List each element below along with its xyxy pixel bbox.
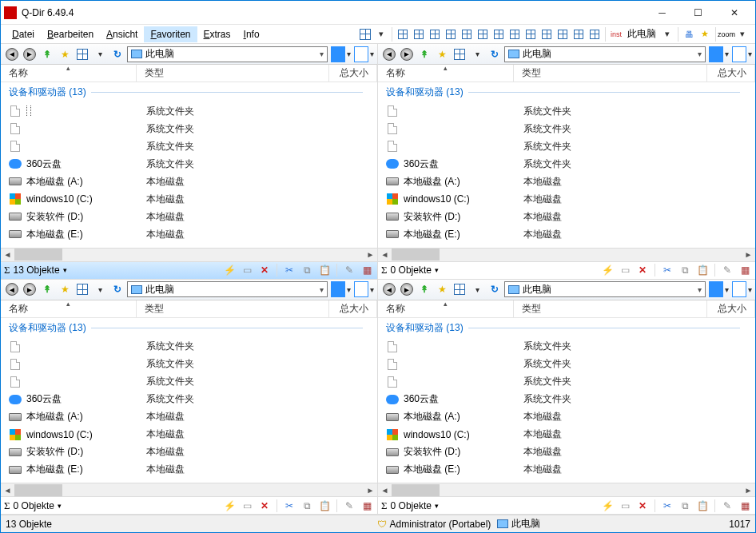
scroll-left-icon[interactable]: ◄ bbox=[378, 249, 392, 261]
edit-icon[interactable]: ✎ bbox=[720, 499, 734, 513]
layout-dropdown-icon[interactable] bbox=[358, 27, 372, 42]
favorites-button[interactable]: ★ bbox=[434, 281, 450, 297]
layout-preset-icon[interactable] bbox=[475, 27, 490, 42]
copy-icon[interactable]: ⧉ bbox=[300, 263, 314, 277]
cut-icon[interactable]: ✂ bbox=[660, 263, 674, 277]
layout-preset-icon[interactable] bbox=[444, 27, 458, 42]
view-mode-2[interactable] bbox=[352, 281, 368, 297]
grid-icon[interactable]: ▦ bbox=[738, 263, 752, 277]
menu-favoriten[interactable]: Favoriten bbox=[144, 26, 197, 42]
address-bar[interactable]: 此电脑▾ bbox=[504, 46, 706, 62]
list-item[interactable]: windows10 (C:)本地磁盘 bbox=[378, 190, 755, 208]
h-scrollbar[interactable]: ◄► bbox=[378, 248, 755, 261]
dropdown-icon[interactable]: ▾ bbox=[660, 27, 674, 42]
paste-icon[interactable]: 📋 bbox=[317, 263, 332, 277]
list-item[interactable]: windows10 (C:)本地磁盘 bbox=[378, 426, 755, 444]
list-item[interactable]: 安装软件 (D:)本地磁盘 bbox=[378, 444, 755, 461]
address-bar[interactable]: 此电脑▾ bbox=[127, 46, 328, 62]
nav-up-button[interactable]: ↟ bbox=[416, 46, 432, 62]
layout-preset-icon[interactable] bbox=[555, 27, 570, 42]
chevron-down-icon[interactable]: ▾ bbox=[320, 285, 324, 294]
list-item[interactable]: 系统文件夹 bbox=[1, 373, 377, 391]
list-item[interactable]: 系统文件夹 bbox=[378, 102, 755, 120]
refresh-button[interactable]: ↻ bbox=[487, 281, 503, 297]
scroll-left-icon[interactable]: ◄ bbox=[378, 484, 392, 496]
col-type[interactable]: 类型 bbox=[514, 300, 707, 317]
favorite-icon[interactable]: ★ bbox=[698, 27, 712, 42]
dropdown-icon[interactable]: ▾ bbox=[435, 266, 439, 274]
scroll-thumb[interactable] bbox=[392, 249, 440, 261]
copy-icon[interactable]: ⧉ bbox=[300, 499, 314, 513]
list-item[interactable]: 360云盘系统文件夹 bbox=[1, 155, 377, 173]
paste-icon[interactable]: 📋 bbox=[695, 263, 710, 277]
list-item[interactable]: 本地磁盘 (E:)本地磁盘 bbox=[1, 225, 377, 243]
view-dropdown-icon[interactable]: ▾ bbox=[92, 281, 108, 297]
list-item[interactable]: 安装软件 (D:)本地磁盘 bbox=[1, 208, 377, 225]
list-item[interactable]: 系统文件夹 bbox=[1, 338, 377, 356]
dropdown-icon[interactable]: ▾ bbox=[63, 266, 67, 274]
list-item[interactable]: windows10 (C:)本地磁盘 bbox=[1, 190, 377, 208]
grid-icon[interactable]: ▦ bbox=[738, 499, 752, 513]
scroll-left-icon[interactable]: ◄ bbox=[1, 249, 14, 261]
delete-icon[interactable]: ✕ bbox=[635, 263, 650, 277]
view-mode-2[interactable] bbox=[730, 281, 746, 297]
nav-forward-button[interactable]: ► bbox=[22, 281, 38, 297]
layout-preset-icon[interactable] bbox=[460, 27, 474, 42]
chevron-down-icon[interactable]: ▾ bbox=[320, 50, 324, 58]
menu-info[interactable]: Info bbox=[237, 26, 266, 42]
view-mode-1[interactable] bbox=[707, 46, 723, 62]
zoom-icon[interactable]: zoom bbox=[719, 27, 734, 42]
list-item[interactable]: 系统文件夹 bbox=[378, 137, 755, 155]
address-bar[interactable]: 此电脑▾ bbox=[127, 281, 328, 297]
inst-icon[interactable]: inst bbox=[609, 27, 623, 42]
list-item[interactable]: 360云盘系统文件夹 bbox=[378, 391, 755, 408]
folder-icon[interactable]: ▭ bbox=[618, 499, 632, 513]
layout-preset-icon[interactable] bbox=[491, 27, 506, 42]
file-list[interactable]: 设备和驱动器 (13)系统文件夹系统文件夹系统文件夹360云盘系统文件夹本地磁盘… bbox=[378, 318, 755, 483]
layout-preset-icon[interactable] bbox=[523, 27, 538, 42]
col-name[interactable]: ▴名称 bbox=[378, 300, 514, 317]
dropdown-icon[interactable]: ▾ bbox=[725, 285, 729, 294]
refresh-button[interactable]: ↻ bbox=[109, 281, 125, 297]
col-name[interactable]: ▴名称 bbox=[1, 65, 137, 82]
flash-icon[interactable]: ⚡ bbox=[600, 263, 615, 277]
list-item[interactable]: 本地磁盘 (A:)本地磁盘 bbox=[1, 173, 377, 190]
nav-up-button[interactable]: ↟ bbox=[416, 281, 432, 297]
group-header[interactable]: 设备和驱动器 (13) bbox=[378, 84, 755, 102]
grid-icon[interactable]: ▦ bbox=[360, 263, 374, 277]
address-bar[interactable]: 此电脑▾ bbox=[504, 281, 706, 297]
delete-icon[interactable]: ✕ bbox=[635, 499, 650, 513]
h-scrollbar[interactable]: ◄► bbox=[378, 483, 755, 496]
scroll-right-icon[interactable]: ► bbox=[364, 484, 377, 496]
dropdown-icon[interactable]: ▾ bbox=[347, 50, 351, 58]
list-item[interactable]: windows10 (C:)本地磁盘 bbox=[1, 426, 377, 444]
list-item[interactable]: 360云盘系统文件夹 bbox=[378, 155, 755, 173]
dropdown-icon[interactable]: ▾ bbox=[725, 50, 729, 58]
scroll-thumb[interactable] bbox=[14, 249, 62, 261]
layout-preset-icon[interactable] bbox=[539, 27, 554, 42]
file-list[interactable]: 设备和驱动器 (13)系统文件夹系统文件夹系统文件夹360云盘系统文件夹本地磁盘… bbox=[1, 318, 377, 483]
list-item[interactable]: 安装软件 (D:)本地磁盘 bbox=[378, 208, 755, 225]
group-header[interactable]: 设备和驱动器 (13) bbox=[1, 84, 377, 102]
view-layout-button[interactable] bbox=[74, 46, 90, 62]
h-scrollbar[interactable]: ◄► bbox=[1, 483, 377, 496]
list-item[interactable]: 系统文件夹 bbox=[378, 373, 755, 391]
edit-icon[interactable]: ✎ bbox=[342, 263, 356, 277]
list-item[interactable]: 360云盘系统文件夹 bbox=[1, 391, 377, 408]
cut-icon[interactable]: ✂ bbox=[282, 499, 296, 513]
list-item[interactable]: 系统文件夹 bbox=[378, 338, 755, 356]
group-header[interactable]: 设备和驱动器 (13) bbox=[1, 320, 377, 338]
flash-icon[interactable]: ⚡ bbox=[222, 263, 237, 277]
nav-forward-button[interactable]: ► bbox=[399, 46, 415, 62]
list-item[interactable]: 系统文件夹 bbox=[1, 137, 377, 155]
list-item[interactable]: 本地磁盘 (A:)本地磁盘 bbox=[1, 408, 377, 426]
layout-preset-icon[interactable] bbox=[507, 27, 522, 42]
view-layout-button[interactable] bbox=[74, 281, 90, 297]
print-icon[interactable]: 🖶 bbox=[682, 27, 696, 42]
list-item[interactable]: 本地磁盘 (E:)本地磁盘 bbox=[378, 225, 755, 243]
list-item[interactable]: 系统文件夹 bbox=[1, 120, 377, 137]
cut-icon[interactable]: ✂ bbox=[282, 263, 296, 277]
favorites-button[interactable]: ★ bbox=[434, 46, 450, 62]
edit-icon[interactable]: ✎ bbox=[342, 499, 356, 513]
list-item[interactable]: 本地磁盘 (A:)本地磁盘 bbox=[378, 173, 755, 190]
